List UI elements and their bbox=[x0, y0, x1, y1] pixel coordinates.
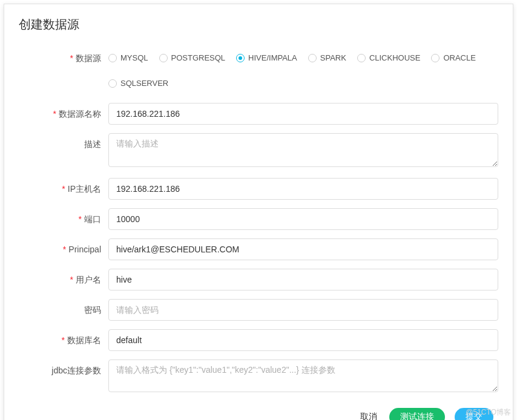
radio-postgresql[interactable]: POSTGRESQL bbox=[159, 47, 226, 69]
cancel-button[interactable]: 取消 bbox=[358, 408, 380, 420]
label-port: *端口 bbox=[19, 208, 108, 230]
create-datasource-modal: 创建数据源 *数据源 MYSQL POSTGRESQL HIVE/IMPALA … bbox=[4, 4, 513, 420]
label-datasource-type: *数据源 bbox=[19, 47, 108, 69]
row-principal: *Principal bbox=[19, 238, 498, 260]
radio-icon bbox=[308, 54, 317, 62]
row-database: *数据库名 bbox=[19, 329, 498, 351]
label-username: *用户名 bbox=[19, 269, 108, 290]
textarea-jdbc-params[interactable] bbox=[108, 359, 498, 392]
radio-icon bbox=[159, 54, 168, 62]
modal-title: 创建数据源 bbox=[19, 16, 498, 33]
label-password: 密码 bbox=[19, 299, 108, 321]
radio-spark[interactable]: SPARK bbox=[308, 47, 346, 69]
modal-footer: 取消 测试连接 提交 bbox=[19, 408, 498, 420]
radio-icon bbox=[108, 79, 117, 88]
radio-oracle[interactable]: ORACLE bbox=[431, 47, 475, 69]
label-datasource-name: *数据源名称 bbox=[19, 103, 108, 125]
radio-sqlserver[interactable]: SQLSERVER bbox=[108, 73, 168, 94]
radio-icon bbox=[431, 54, 440, 62]
input-password[interactable] bbox=[108, 299, 498, 321]
radio-mysql[interactable]: MYSQL bbox=[108, 47, 148, 69]
input-username[interactable] bbox=[108, 269, 498, 290]
row-jdbc-params: jdbc连接参数 bbox=[19, 359, 498, 395]
radio-icon bbox=[357, 54, 366, 62]
input-principal[interactable] bbox=[108, 238, 498, 260]
input-ip-host[interactable] bbox=[108, 178, 498, 200]
row-datasource-name: *数据源名称 bbox=[19, 103, 498, 125]
input-port[interactable] bbox=[108, 208, 498, 230]
row-password: 密码 bbox=[19, 299, 498, 321]
test-connection-button[interactable]: 测试连接 bbox=[389, 408, 445, 420]
input-datasource-name[interactable] bbox=[108, 103, 498, 125]
radio-group-datasource-type: MYSQL POSTGRESQL HIVE/IMPALA SPARK CLICK… bbox=[108, 47, 498, 94]
row-ip-host: *IP主机名 bbox=[19, 178, 498, 200]
row-username: *用户名 bbox=[19, 269, 498, 290]
radio-icon bbox=[236, 54, 245, 62]
radio-icon bbox=[108, 54, 117, 62]
label-database: *数据库名 bbox=[19, 329, 108, 351]
radio-hive-impala[interactable]: HIVE/IMPALA bbox=[236, 47, 297, 69]
textarea-description[interactable] bbox=[108, 133, 498, 167]
label-principal: *Principal bbox=[19, 238, 108, 260]
row-datasource-type: *数据源 MYSQL POSTGRESQL HIVE/IMPALA SPARK … bbox=[19, 47, 498, 94]
row-description: 描述 bbox=[19, 133, 498, 169]
radio-clickhouse[interactable]: CLICKHOUSE bbox=[357, 47, 421, 69]
label-ip-host: *IP主机名 bbox=[19, 178, 108, 200]
watermark: @51CTO博客 bbox=[466, 407, 511, 418]
input-database[interactable] bbox=[108, 329, 498, 351]
label-description: 描述 bbox=[19, 133, 108, 155]
row-port: *端口 bbox=[19, 208, 498, 230]
label-jdbc-params: jdbc连接参数 bbox=[19, 359, 108, 381]
